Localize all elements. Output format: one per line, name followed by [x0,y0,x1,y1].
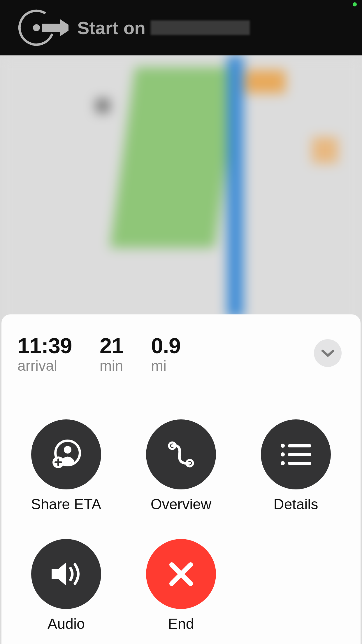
route-info-panel: 11:39 arrival 21 min 0.9 mi [1,314,361,644]
distance-value: 0.9 [151,335,180,357]
svg-rect-8 [288,444,311,447]
share-eta-button[interactable]: Share ETA [31,419,101,513]
share-eta-label: Share ETA [31,496,101,513]
audio-label: Audio [48,615,85,632]
navigation-instruction-banner[interactable]: Start on [0,0,362,55]
action-buttons-grid: Share ETA Overview [17,419,345,632]
redacted-street-name [151,20,250,35]
svg-point-11 [281,461,285,465]
duration-value: 21 [100,335,123,357]
close-icon [167,560,195,588]
chevron-down-icon [321,349,334,357]
overview-label: Overview [151,496,211,513]
route-stats-row: 11:39 arrival 21 min 0.9 mi [17,335,345,374]
svg-point-3 [64,446,71,454]
audio-button[interactable]: Audio [31,539,101,632]
navigation-instruction-text: Start on [77,18,250,38]
overview-button[interactable]: Overview [146,419,216,513]
svg-rect-10 [288,453,311,456]
arrival-label: arrival [17,357,72,374]
details-label: Details [274,496,318,513]
arrival-stat: 11:39 arrival [17,335,72,374]
duration-label: min [100,357,123,374]
list-icon [279,441,313,468]
share-eta-icon [47,435,85,473]
distance-stat: 0.9 mi [151,335,180,374]
svg-rect-12 [288,462,311,465]
speaker-icon [47,558,85,590]
svg-point-7 [281,444,285,448]
collapse-panel-button[interactable] [314,339,342,367]
route-overview-icon [165,438,197,470]
maneuver-icon [15,9,70,47]
svg-point-1 [33,24,40,31]
end-button[interactable]: End [146,539,216,632]
end-label: End [168,615,194,632]
svg-point-9 [281,452,285,456]
duration-stat: 21 min [100,335,123,374]
distance-label: mi [151,357,180,374]
details-button[interactable]: Details [261,419,331,513]
camera-indicator-dot [353,2,357,6]
arrival-time-value: 11:39 [17,335,72,357]
